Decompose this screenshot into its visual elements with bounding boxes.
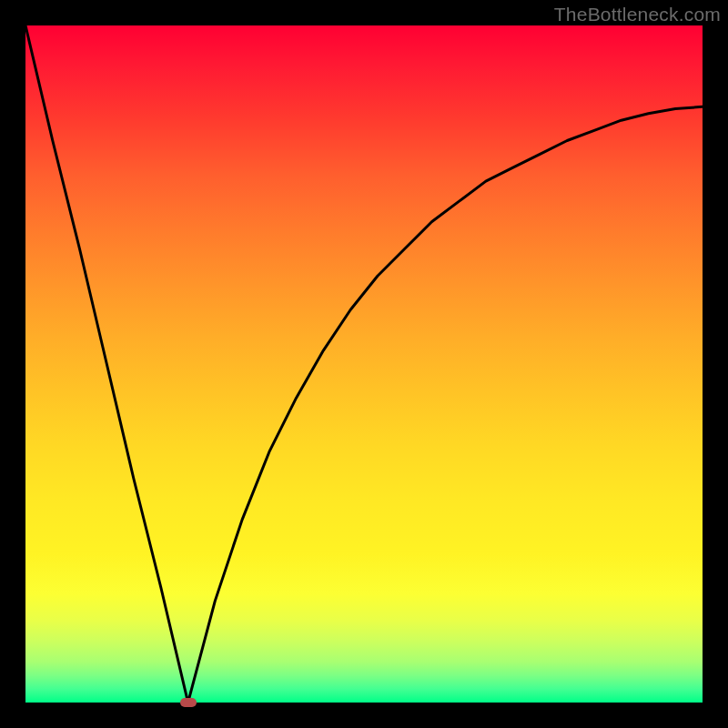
- chart-frame: TheBottleneck.com: [0, 0, 728, 728]
- plot-area: [25, 25, 703, 703]
- watermark-text: TheBottleneck.com: [554, 4, 721, 25]
- optimal-marker: [180, 698, 197, 707]
- bottleneck-curve: [25, 25, 703, 703]
